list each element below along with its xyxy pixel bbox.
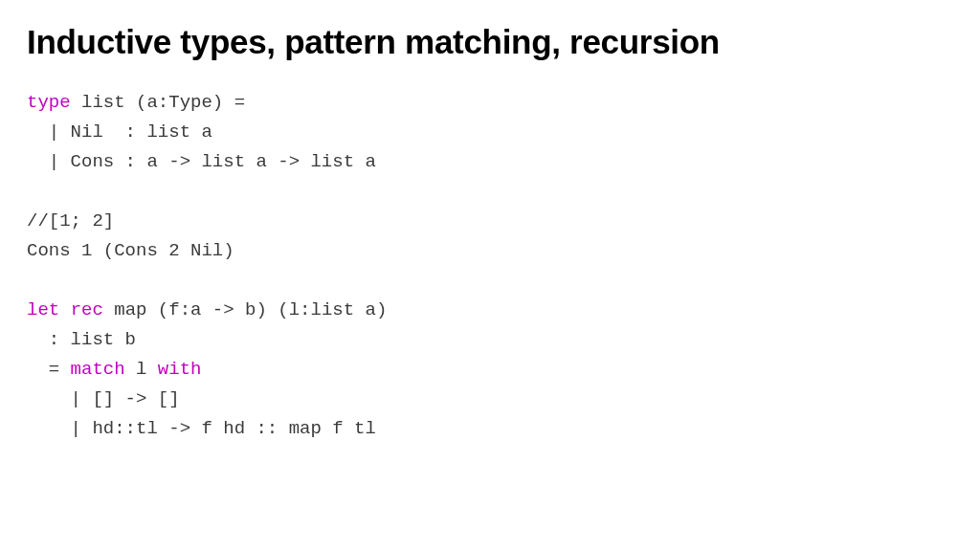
code-block: type list (a:Type) = | Nil : list a | Co… (27, 88, 953, 444)
code-text: = (27, 359, 71, 380)
keyword-rec: rec (71, 299, 103, 320)
code-line: let rec map (f:a -> b) (l:list a) (27, 299, 387, 320)
slide-title: Inductive types, pattern matching, recur… (27, 23, 953, 61)
code-line: | hd::tl -> f hd :: map f tl (27, 418, 376, 439)
code-line: | Nil : list a (27, 121, 212, 143)
code-line: Cons 1 (Cons 2 Nil) (27, 240, 234, 261)
code-line: type list (a:Type) = (27, 92, 245, 113)
keyword-let: let (27, 299, 59, 320)
code-line: | Cons : a -> list a -> list a (27, 151, 376, 172)
code-line: | [] -> [] (27, 388, 180, 409)
code-text: list (a:Type) = (71, 92, 245, 113)
keyword-with: with (158, 359, 202, 380)
keyword-match: match (71, 359, 125, 380)
keyword-type: type (27, 92, 71, 113)
code-text: map (f:a -> b) (l:list a) (103, 299, 387, 320)
code-line: = match l with (27, 359, 201, 380)
slide: Inductive types, pattern matching, recur… (0, 0, 980, 463)
code-line: : list b (27, 329, 136, 350)
code-text: l (125, 359, 158, 380)
code-line: //[1; 2] (27, 210, 114, 231)
code-text (59, 299, 70, 320)
